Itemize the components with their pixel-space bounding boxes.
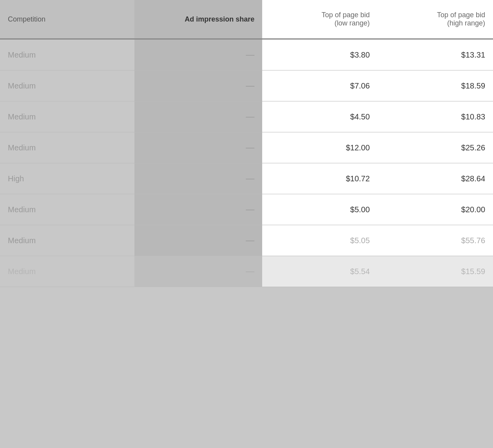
cell-bid-high: $28.64 xyxy=(378,163,493,194)
cell-bid-low: $5.00 xyxy=(262,194,377,225)
cell-bid-high: $55.76 xyxy=(378,225,493,256)
header-bid-low: Top of page bid(low range) xyxy=(262,0,377,39)
cell-impression-share: — xyxy=(134,256,262,287)
cell-competition: Medium xyxy=(0,194,134,225)
cell-competition: High xyxy=(0,163,134,194)
table-row: Medium—$7.06$18.59 xyxy=(0,70,493,101)
table-wrapper: Competition Ad impression share Top of p… xyxy=(0,0,493,448)
cell-bid-high: $13.31 xyxy=(378,39,493,70)
table-row: Medium—$3.80$13.31 xyxy=(0,39,493,70)
cell-bid-low: $5.05 xyxy=(262,225,377,256)
cell-impression-share: — xyxy=(134,163,262,194)
table-row: Medium—$12.00$25.26 xyxy=(0,132,493,163)
data-table: Competition Ad impression share Top of p… xyxy=(0,0,493,287)
table-row: Medium—$4.50$10.83 xyxy=(0,101,493,132)
cell-bid-high: $18.59 xyxy=(378,70,493,101)
cell-impression-share: — xyxy=(134,39,262,70)
cell-bid-low: $10.72 xyxy=(262,163,377,194)
cell-bid-low: $4.50 xyxy=(262,101,377,132)
cell-bid-low: $7.06 xyxy=(262,70,377,101)
cell-bid-low: $5.54 xyxy=(262,256,377,287)
table-row: High—$10.72$28.64 xyxy=(0,163,493,194)
cell-impression-share: — xyxy=(134,101,262,132)
header-competition: Competition xyxy=(0,0,134,39)
cell-competition: Medium xyxy=(0,39,134,70)
cell-bid-high: $20.00 xyxy=(378,194,493,225)
cell-impression-share: — xyxy=(134,225,262,256)
cell-competition: Medium xyxy=(0,225,134,256)
header-impression-share: Ad impression share xyxy=(134,0,262,39)
table-row: Medium—$5.00$20.00 xyxy=(0,194,493,225)
cell-impression-share: — xyxy=(134,194,262,225)
cell-competition: Medium xyxy=(0,132,134,163)
table-header-row: Competition Ad impression share Top of p… xyxy=(0,0,493,39)
cell-bid-high: $15.59 xyxy=(378,256,493,287)
cell-bid-low: $3.80 xyxy=(262,39,377,70)
table-row: Medium—$5.54$15.59 xyxy=(0,256,493,287)
cell-impression-share: — xyxy=(134,132,262,163)
table-row: Medium—$5.05$55.76 xyxy=(0,225,493,256)
cell-competition: Medium xyxy=(0,70,134,101)
cell-competition: Medium xyxy=(0,256,134,287)
header-bid-high: Top of page bid(high range) xyxy=(378,0,493,39)
cell-bid-high: $25.26 xyxy=(378,132,493,163)
cell-impression-share: — xyxy=(134,70,262,101)
cell-competition: Medium xyxy=(0,101,134,132)
cell-bid-low: $12.00 xyxy=(262,132,377,163)
cell-bid-high: $10.83 xyxy=(378,101,493,132)
